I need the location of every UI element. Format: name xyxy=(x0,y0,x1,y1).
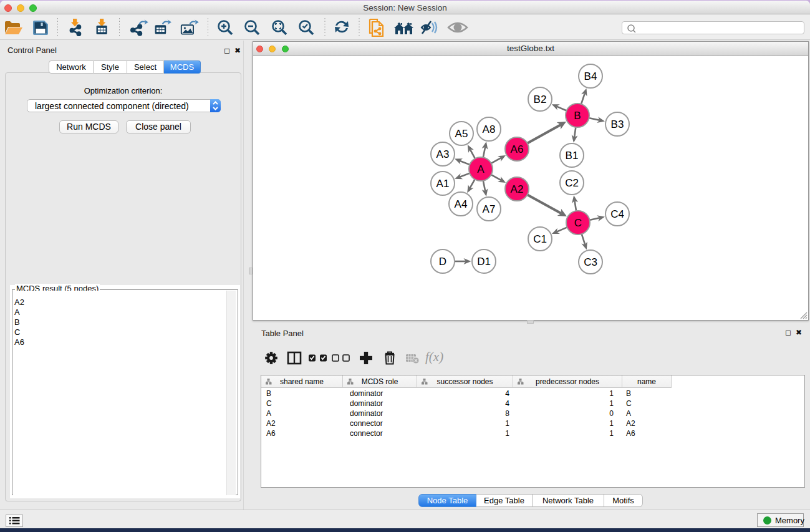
svg-text:A1: A1 xyxy=(436,178,450,190)
svg-text:C2: C2 xyxy=(565,177,579,189)
svg-text:A7: A7 xyxy=(483,203,496,215)
svg-text:A: A xyxy=(477,163,485,175)
svg-text:A2: A2 xyxy=(511,183,524,195)
svg-text:C: C xyxy=(574,217,582,229)
svg-text:B4: B4 xyxy=(584,70,597,82)
svg-text:A6: A6 xyxy=(511,143,524,155)
svg-text:C1: C1 xyxy=(533,233,547,245)
svg-text:D1: D1 xyxy=(477,256,491,268)
svg-text:A8: A8 xyxy=(483,123,496,135)
svg-text:A4: A4 xyxy=(455,198,468,210)
svg-text:D: D xyxy=(439,256,446,268)
svg-text:C4: C4 xyxy=(610,208,624,220)
svg-text:B2: B2 xyxy=(534,94,547,105)
svg-text:A5: A5 xyxy=(455,128,468,140)
svg-text:C3: C3 xyxy=(584,256,597,268)
svg-text:B1: B1 xyxy=(566,150,579,162)
svg-text:B3: B3 xyxy=(611,118,624,130)
svg-text:B: B xyxy=(574,110,581,122)
svg-text:A3: A3 xyxy=(436,148,450,160)
